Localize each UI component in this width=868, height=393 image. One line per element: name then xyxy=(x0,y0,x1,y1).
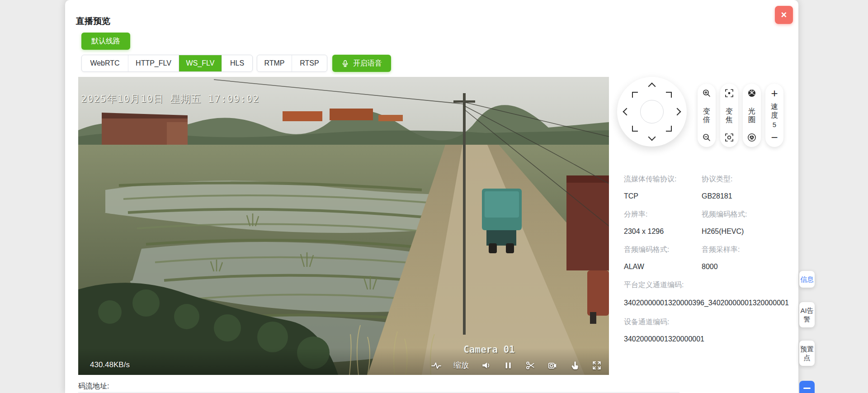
enable-voice-label: 开启语音 xyxy=(353,59,382,68)
volume-icon[interactable] xyxy=(481,360,491,370)
side-tab-info[interactable]: 信息 xyxy=(799,271,815,288)
tab-webrtc[interactable]: WebRTC xyxy=(82,55,128,71)
focus-pill: 变焦 xyxy=(720,84,738,147)
zoom-out-icon[interactable] xyxy=(702,133,711,142)
default-line-button[interactable]: 默认线路 xyxy=(81,33,130,50)
ptz-center-knob[interactable] xyxy=(640,100,664,123)
stream-address-divider xyxy=(78,392,679,393)
info-label: 分辨率: xyxy=(624,208,702,226)
info-value: 2304 x 1296 xyxy=(624,226,702,243)
live-preview-modal: 直播预览 × 默认线路 WebRTC HTTP_FLV WS_FLV HLS R… xyxy=(65,0,798,393)
info-label: 音频编码格式: xyxy=(624,243,702,261)
focus-pill-label: 变焦 xyxy=(725,107,733,124)
side-tab-info-label: 信息 xyxy=(800,275,814,284)
side-tab-collapsed-blue[interactable] xyxy=(799,381,815,393)
speed-pill: + 速度 5 − xyxy=(765,84,783,147)
iris-open-icon[interactable] xyxy=(747,89,756,98)
ptz-left-arrow[interactable] xyxy=(623,108,631,116)
side-tab-ai-alarm[interactable]: AI告警 xyxy=(799,302,815,327)
close-icon: × xyxy=(781,9,787,21)
protocol-tab-group-2: RTMP RTSP xyxy=(257,55,327,72)
ptz-pad xyxy=(617,77,687,147)
focus-far-icon[interactable] xyxy=(725,133,734,142)
info-value: TCP xyxy=(624,190,702,208)
stream-info-panel: 流媒体传输协议: 协议类型: TCP GB28181 分辨率: 视频编码格式: … xyxy=(624,173,787,351)
platform-channel-value: 34020000001320000396_3402000000132000000… xyxy=(624,296,789,316)
microphone-icon xyxy=(341,60,349,67)
device-channel-label: 设备通道编码: xyxy=(624,316,789,333)
ptz-drag-hand-icon[interactable] xyxy=(570,360,580,370)
page-title: 直播预览 xyxy=(76,15,110,27)
info-value: H265(HEVC) xyxy=(702,226,789,243)
info-label: 音频采样率: xyxy=(702,243,789,261)
ptz-down-right-arrow[interactable] xyxy=(666,126,672,132)
iris-close-icon[interactable] xyxy=(747,133,756,142)
zoom-in-icon[interactable] xyxy=(702,89,711,98)
video-scene xyxy=(78,77,609,375)
video-player-surface[interactable]: 2025年10月10日 星期五 17:09:02 430.48KB/s Came… xyxy=(78,77,609,375)
tab-rtsp[interactable]: RTSP xyxy=(292,55,327,71)
speed-plus-button[interactable]: + xyxy=(771,89,778,98)
dash-icon xyxy=(803,388,811,389)
tab-http-flv[interactable]: HTTP_FLV xyxy=(128,55,179,71)
ptz-up-arrow[interactable] xyxy=(648,83,656,90)
info-label: 协议类型: xyxy=(702,173,789,190)
zoom-pill-label: 变倍 xyxy=(703,107,711,124)
protocol-tab-group-1: WebRTC HTTP_FLV WS_FLV HLS xyxy=(81,55,253,72)
enable-voice-button[interactable]: 开启语音 xyxy=(332,55,391,72)
iris-pill-label: 光圈 xyxy=(748,107,756,124)
info-value: GB28181 xyxy=(702,190,789,208)
info-label: 视频编码格式: xyxy=(702,208,789,226)
player-control-bar: 缩放 xyxy=(431,360,602,370)
osd-timestamp: 2025年10月10日 星期五 17:09:02 xyxy=(81,92,259,106)
side-tab-ai-alarm-label: AI告警 xyxy=(800,306,814,323)
ptz-right-arrow[interactable] xyxy=(674,108,681,116)
osd-camera-label: Camera 01 xyxy=(463,344,515,355)
device-channel-value: 34020000001320000001 xyxy=(624,333,789,351)
tab-ws-flv[interactable]: WS_FLV xyxy=(179,55,222,71)
ptz-down-left-arrow[interactable] xyxy=(632,126,638,132)
side-tab-preset-label: 预置点 xyxy=(800,345,814,362)
stream-stats-icon[interactable] xyxy=(431,360,441,370)
focus-near-icon[interactable] xyxy=(725,89,734,98)
zoom-pill: 变倍 xyxy=(698,84,716,147)
platform-channel-label: 平台定义通道编码: xyxy=(624,279,789,296)
ptz-up-left-arrow[interactable] xyxy=(632,92,638,98)
iris-pill: 光圈 xyxy=(743,84,761,147)
ptz-up-right-arrow[interactable] xyxy=(666,92,672,98)
fullscreen-icon[interactable] xyxy=(592,360,602,370)
osd-bitrate: 430.48KB/s xyxy=(90,360,130,369)
info-label: 流媒体传输协议: xyxy=(624,173,702,190)
info-value: ALAW xyxy=(624,261,702,279)
zoom-button[interactable]: 缩放 xyxy=(453,360,469,370)
speed-value: 5 xyxy=(773,121,776,128)
pause-button[interactable] xyxy=(503,360,513,370)
page: { "colors": { "accent_green": "#53b61f",… xyxy=(0,0,868,393)
snapshot-scissors-icon[interactable] xyxy=(525,360,535,370)
tab-rtmp[interactable]: RTMP xyxy=(257,55,292,71)
speed-minus-button[interactable]: − xyxy=(771,133,778,142)
default-line-label: 默认线路 xyxy=(91,37,120,46)
close-button[interactable]: × xyxy=(775,6,793,24)
speed-pill-label: 速度 xyxy=(770,102,778,119)
info-value: 8000 xyxy=(702,261,789,279)
tab-hls[interactable]: HLS xyxy=(222,55,252,71)
stream-address-label: 码流地址: xyxy=(78,382,109,391)
ptz-down-arrow[interactable] xyxy=(648,133,656,141)
side-tab-preset[interactable]: 预置点 xyxy=(799,341,815,366)
record-icon[interactable] xyxy=(547,360,557,370)
